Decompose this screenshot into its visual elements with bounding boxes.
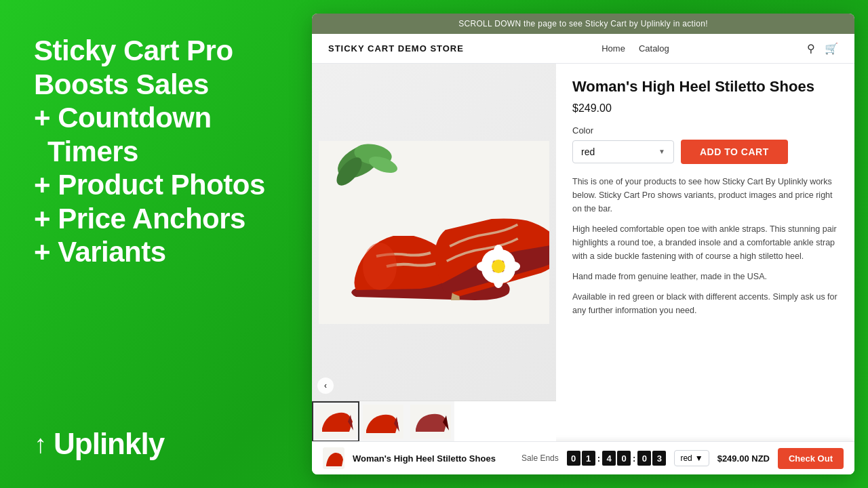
countdown-s2: 3 [652,451,666,466]
tagline-line4: Timers [34,135,292,169]
browser-window: SCROLL DOWN the page to see Sticky Cart … [312,14,854,474]
checkout-button[interactable]: Check Out [778,448,844,469]
product-desc-1: This is one of your products to see how … [572,175,838,216]
thumbnail-2[interactable] [359,401,407,441]
product-desc-3: Hand made from genuine leather, made in … [572,270,838,283]
tagline-block: Sticky Cart Pro Boosts Sales + Countdown… [34,34,292,269]
left-panel: Sticky Cart Pro Boosts Sales + Countdown… [0,0,312,488]
product-desc-4: Available in red green or black with dif… [572,290,838,317]
tagline: Sticky Cart Pro Boosts Sales + Countdown… [34,34,292,269]
tagline-line1: Sticky Cart Pro [34,35,233,66]
uplinkly-logo-text: Uplinkly [54,427,164,461]
select-dropdown-icon: ▼ [658,148,665,155]
product-area: ‹ Woman's High Heel Stiletto Shoes $249.… [312,64,854,441]
color-select-wrapper[interactable]: red ▼ [572,140,674,163]
cart-icon[interactable]: 🛒 [825,42,838,55]
svg-point-15 [492,260,505,273]
logo-area: ↑ Uplinkly [34,427,292,461]
svg-point-5 [363,243,397,290]
product-images: ‹ [312,64,556,441]
tagline-line3: + Countdown [34,102,212,134]
search-icon[interactable]: ⚲ [807,42,815,55]
nav-home[interactable]: Home [601,43,625,54]
sticky-variant-arrow: ▼ [695,453,703,463]
product-price: $249.00 [572,102,838,115]
sticky-price: $249.00 NZD [717,453,770,464]
sticky-sale-label: Sale Ends [521,453,559,463]
countdown-sep2: : [633,453,635,464]
shoe-svg [319,141,549,324]
countdown-sep1: : [597,453,600,464]
nav-catalog[interactable]: Catalog [639,43,669,54]
store-banner: SCROLL DOWN the page to see Sticky Cart … [312,14,854,34]
tagline-line2: Boosts Sales [34,68,209,100]
color-label: Color [572,125,838,136]
main-product-image [312,64,556,401]
sticky-variant-select[interactable]: red ▼ [674,450,709,466]
tagline-line5: + Product Photos [34,169,265,201]
thumbnail-1[interactable] [312,401,359,441]
store-nav: STICKY CART DEMO STORE Home Catalog ⚲ 🛒 [312,34,854,64]
countdown-timer: 0 1 : 4 0 : 0 3 [567,451,667,466]
add-to-cart-button[interactable]: ADD TO CART [681,140,788,164]
tagline-line6: + Price Anchors [34,203,245,235]
nav-icons: ⚲ 🛒 [807,42,838,55]
sticky-product-thumb [323,447,344,469]
sticky-variant-value: red [680,453,692,463]
variant-row: red ▼ ADD TO CART [572,140,838,164]
thumbnail-strip [312,401,556,441]
countdown-h2: 1 [582,451,595,466]
store-name: STICKY CART DEMO STORE [328,43,464,54]
sticky-product-name: Woman's High Heel Stiletto Shoes [353,453,496,464]
countdown-h1: 0 [567,451,580,466]
banner-text: SCROLL DOWN the page to see Sticky Cart … [458,19,708,28]
color-select-value: red [581,146,654,157]
right-panel: SCROLL DOWN the page to see Sticky Cart … [312,0,868,488]
thumbnail-3[interactable] [407,401,454,441]
nav-links: Home Catalog [601,43,669,54]
product-desc-2: High heeled comfortable open toe with an… [572,222,838,263]
countdown-m2: 0 [617,451,631,466]
product-details: Woman's High Heel Stiletto Shoes $249.00… [556,64,854,441]
uplinkly-logo-icon: ↑ [34,430,47,459]
product-title: Woman's High Heel Stiletto Shoes [572,77,838,97]
countdown-s1: 0 [637,451,651,466]
tagline-line7: + Variants [34,236,166,268]
countdown-m1: 4 [602,451,616,466]
sticky-bar: Woman's High Heel Stiletto Shoes Sale En… [312,441,854,474]
scroll-left-button[interactable]: ‹ [317,378,334,394]
